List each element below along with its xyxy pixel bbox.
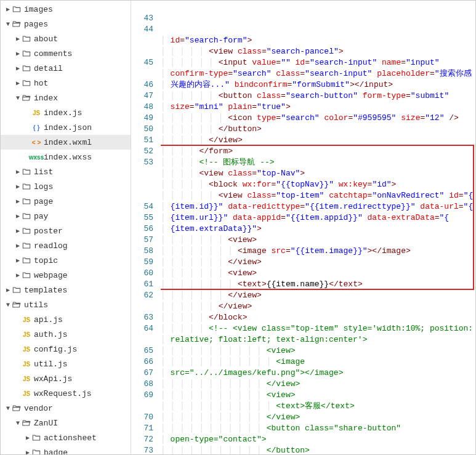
code-line[interactable]: │ │ │ │ <view class="top-Nav"> — [161, 168, 475, 179]
file-explorer[interactable]: ▶images▼pages▶about▶comments▶detail▶hot▼… — [1, 1, 131, 454]
folder-page[interactable]: ▶page — [1, 194, 131, 209]
tree-item-label: ZanUI — [34, 419, 58, 428]
file-index-wxml[interactable]: < >index.wxml — [1, 135, 131, 150]
folder-pay[interactable]: ▶pay — [1, 209, 131, 223]
code-line[interactable]: │ │ │ │ │ │ │ </view> — [161, 257, 475, 268]
expand-arrow-icon[interactable]: ▶ — [14, 212, 22, 220]
expand-arrow-icon[interactable]: ▶ — [4, 6, 12, 13]
code-line[interactable]: │ │ │ │ │ │ │ │ │ │ │ <view> — [161, 390, 475, 401]
expand-arrow-icon[interactable]: ▶ — [14, 168, 22, 175]
code-line[interactable]: │ │ │ │ │ │ │ │ │ │ │ │ <image — [161, 356, 475, 368]
code-line[interactable]: │ 兴趣的内容..." bindconfirm="formSubmit"></i… — [161, 79, 475, 91]
tree-item-label: page — [34, 197, 53, 206]
folder-icon — [12, 300, 22, 309]
expand-arrow-icon[interactable]: ▼ — [4, 405, 12, 412]
folder-icon — [31, 448, 41, 454]
code-line[interactable]: │ open-type="contact"> — [161, 434, 475, 445]
code-line[interactable]: │ │ │ │ │ │ │ <view> — [161, 268, 475, 279]
expand-arrow-icon[interactable]: ▶ — [14, 65, 22, 72]
code-line[interactable]: │ │ │ │ │ </view> — [161, 135, 475, 146]
code-line[interactable]: │ id="search-form"> — [161, 35, 475, 46]
code-line[interactable]: │ │ │ │ │ </block> — [161, 312, 475, 323]
expand-arrow-icon[interactable]: ▶ — [14, 272, 22, 279]
code-line[interactable]: │ confirm-type="search" class="search-in… — [161, 68, 475, 79]
code-line[interactable]: │ │ │ │ │ │ │ </view> — [161, 290, 475, 301]
expand-arrow-icon[interactable]: ▶ — [14, 79, 22, 87]
expand-arrow-icon[interactable]: ▶ — [4, 286, 12, 294]
code-line[interactable]: │ │ │ │ │ │ │ <icon type="search" color=… — [161, 113, 475, 124]
expand-arrow-icon[interactable]: ▶ — [14, 183, 22, 190]
folder-hot[interactable]: ▶hot — [1, 76, 131, 91]
file-wxApi-js[interactable]: JSwxApi.js — [1, 371, 131, 386]
code-line[interactable]: │ │ │ │ │ │ <input value="" id="search-i… — [161, 57, 475, 68]
expand-arrow-icon[interactable]: ▼ — [4, 302, 12, 308]
expand-arrow-icon[interactable]: ▶ — [14, 242, 22, 249]
file-api-js[interactable]: JSapi.js — [1, 312, 131, 327]
folder-images[interactable]: ▶images — [1, 2, 131, 17]
code-line[interactable]: │ │ │ │ │ │ <view class="top-item" catch… — [161, 190, 475, 201]
folder-list[interactable]: ▶list — [1, 164, 131, 179]
folder-webpage[interactable]: ▶webpage — [1, 268, 131, 283]
code-line[interactable]: │ │ │ │ │ │ <button class="search-button… — [161, 91, 475, 102]
expand-arrow-icon[interactable]: ▶ — [14, 50, 22, 57]
expand-arrow-icon[interactable]: ▼ — [14, 95, 22, 102]
folder-logs[interactable]: ▶logs — [1, 179, 131, 194]
tree-item-label: readlog — [34, 241, 68, 251]
folder-pages[interactable]: ▼pages — [1, 17, 131, 31]
file-index-wxss[interactable]: wxssindex.wxss — [1, 150, 131, 164]
code-line[interactable]: │ │ │ │ │ │ │ <view> — [161, 235, 475, 246]
code-line[interactable]: │ {item.id}}" data-redicttype="{{item.re… — [161, 201, 475, 212]
code-line[interactable]: │ │ │ │ │ │ │ │ <image src="{{item.image… — [161, 246, 475, 257]
code-line[interactable]: │ │ │ │ │ │ │ │ │ │ │ </button> — [161, 445, 475, 454]
code-content[interactable]: │ id="search-form">│ │ │ │ │ <view class… — [161, 1, 475, 454]
code-line[interactable]: │ {item.url}}" data-appid="{{item.appid}… — [161, 212, 475, 223]
code-line[interactable]: │ │ │ │ │ │ </button> — [161, 124, 475, 135]
line-number: 44 — [131, 24, 153, 35]
folder-poster[interactable]: ▶poster — [1, 223, 131, 238]
folder-utils[interactable]: ▼utils — [1, 297, 131, 312]
code-line[interactable]: │ src="../../images/kefu.png"></image> — [161, 368, 475, 379]
folder-comments[interactable]: ▶comments — [1, 46, 131, 61]
tree-item-label: templates — [24, 286, 67, 295]
folder-templates[interactable]: ▶templates — [1, 283, 131, 297]
code-line[interactable]: │ │ │ │ <!-- 图标导航 --> — [161, 157, 475, 168]
code-line[interactable]: │ │ │ │ │ │ │ │ <text>{{item.name}}</tex… — [161, 279, 475, 290]
code-line[interactable]: │ │ │ │ </form> — [161, 146, 475, 157]
expand-arrow-icon[interactable]: ▶ — [14, 257, 22, 264]
folder-about[interactable]: ▶about — [1, 31, 131, 46]
expand-arrow-icon[interactable]: ▶ — [24, 449, 31, 454]
code-editor[interactable]: 4344454647484950515253545556575859606162… — [131, 1, 475, 454]
code-line[interactable]: │ size="mini" plain="true"> — [161, 102, 475, 113]
code-line[interactable]: │ │ │ │ │ │ │ │ │ │ │ </view> — [161, 412, 475, 423]
expand-arrow-icon[interactable]: ▶ — [14, 227, 22, 235]
folder-readlog[interactable]: ▶readlog — [1, 238, 131, 253]
folder-detail[interactable]: ▶detail — [1, 61, 131, 76]
code-line[interactable]: │ │ │ │ │ │ </view> — [161, 301, 475, 312]
code-line[interactable]: │ │ │ │ │ <view class="search-pancel"> — [161, 46, 475, 57]
folder-badge[interactable]: ▶badge — [1, 445, 131, 454]
expand-arrow-icon[interactable]: ▼ — [14, 420, 22, 427]
file-index-json[interactable]: { }index.json — [1, 120, 131, 135]
folder-vendor[interactable]: ▼vendor — [1, 401, 131, 416]
expand-arrow-icon[interactable]: ▶ — [24, 434, 31, 441]
expand-arrow-icon[interactable]: ▼ — [4, 21, 12, 28]
file-util-js[interactable]: JSutil.js — [1, 356, 131, 371]
folder-index[interactable]: ▼index — [1, 91, 131, 105]
code-line[interactable]: │ │ │ │ │ │ │ │ │ │ │ <button class="sha… — [161, 423, 475, 434]
code-line[interactable]: │ │ │ │ │ │ │ │ │ │ │ │ <text>客服</text> — [161, 401, 475, 412]
folder-ZanUI[interactable]: ▼ZanUI — [1, 416, 131, 430]
code-line[interactable]: │ │ │ │ │ <block wx:for="{{topNav}}" wx:… — [161, 179, 475, 190]
code-line[interactable]: │ │ │ │ │ │ │ │ │ │ │ </view> — [161, 379, 475, 390]
file-config-js[interactable]: JSconfig.js — [1, 342, 131, 356]
folder-actionsheet[interactable]: ▶actionsheet — [1, 430, 131, 445]
code-line[interactable]: │ │ │ │ │ │ │ │ │ │ │ <view> — [161, 345, 475, 356]
file-index-js[interactable]: JSindex.js — [1, 105, 131, 120]
expand-arrow-icon[interactable]: ▶ — [14, 198, 22, 205]
code-line[interactable]: │ │ │ │ │ <!-- <view class="top-item" st… — [161, 323, 475, 334]
folder-topic[interactable]: ▶topic — [1, 253, 131, 268]
code-line[interactable]: │ {item.extraData}}"> — [161, 223, 475, 235]
file-wxRequest-js[interactable]: JSwxRequest.js — [1, 386, 131, 401]
file-auth-js[interactable]: JSauth.js — [1, 327, 131, 342]
expand-arrow-icon[interactable]: ▶ — [14, 35, 22, 42]
code-line[interactable]: │ relative; float:left; text-align:cente… — [161, 334, 475, 345]
